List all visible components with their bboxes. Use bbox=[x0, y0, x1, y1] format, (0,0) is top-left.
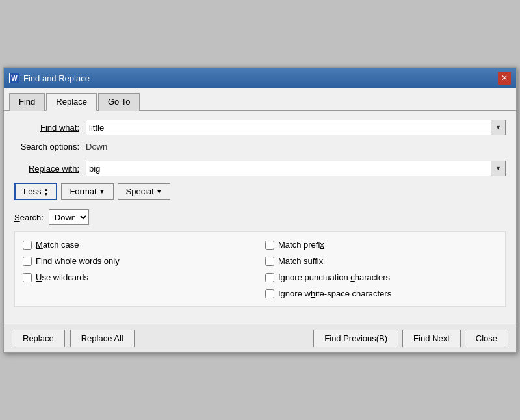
title-bar: W Find and Replace ✕ bbox=[4, 68, 516, 88]
ignore-punctuation-label[interactable]: Ignore punctuation characters bbox=[278, 272, 390, 282]
search-options-label: Search options: bbox=[14, 142, 86, 151]
match-suffix-item: Match suffix bbox=[265, 256, 497, 266]
match-suffix-checkbox[interactable] bbox=[265, 257, 274, 266]
search-dropdown-row: Search: Up Down All bbox=[14, 209, 506, 225]
search-options-row: Search options: Down bbox=[14, 142, 506, 151]
format-arrow-icon: ▼ bbox=[99, 189, 105, 195]
replace-all-button[interactable]: Replace All bbox=[70, 330, 135, 347]
less-button[interactable]: Less ▲▼ bbox=[14, 183, 57, 200]
match-case-label[interactable]: Match case bbox=[36, 240, 79, 250]
app-icon: W bbox=[9, 73, 20, 83]
find-whole-words-label[interactable]: Find whole words only bbox=[36, 256, 120, 266]
find-what-input-wrap: ▼ bbox=[86, 120, 506, 135]
use-wildcards-label[interactable]: Use wildcards bbox=[36, 272, 88, 282]
find-next-button[interactable]: Find Next bbox=[402, 330, 461, 347]
bottom-left-buttons: Replace Replace All bbox=[12, 330, 135, 347]
window-close-button[interactable]: ✕ bbox=[498, 72, 511, 85]
replace-with-input-wrap: ▼ bbox=[86, 161, 506, 176]
match-suffix-label[interactable]: Match suffix bbox=[278, 256, 323, 266]
ignore-punctuation-item: Ignore punctuation characters bbox=[265, 272, 497, 282]
replace-with-row: Replace with: ▼ bbox=[14, 161, 506, 176]
tab-replace[interactable]: Replace bbox=[46, 93, 97, 111]
match-prefix-item: Match prefix bbox=[265, 240, 497, 250]
checkboxes-section: Match case Find whole words only Use wil… bbox=[14, 231, 506, 307]
special-arrow-icon: ▼ bbox=[156, 189, 162, 195]
tab-bar: Find Replace Go To bbox=[4, 88, 516, 111]
less-updown-icon: ▲▼ bbox=[44, 187, 48, 196]
title-bar-left: W Find and Replace bbox=[9, 73, 90, 83]
checkboxes-right-col: Match prefix Match suffix Ignore punctua… bbox=[265, 240, 497, 298]
match-prefix-label[interactable]: Match prefix bbox=[278, 240, 324, 250]
find-replace-dialog: W Find and Replace ✕ Find Replace Go To … bbox=[3, 67, 517, 353]
find-what-dropdown-arrow[interactable]: ▼ bbox=[491, 120, 505, 135]
bottom-bar: Replace Replace All Find Previous(B) Fin… bbox=[4, 324, 516, 352]
replace-button[interactable]: Replace bbox=[12, 330, 65, 347]
match-case-checkbox[interactable] bbox=[23, 241, 32, 250]
use-wildcards-item: Use wildcards bbox=[23, 272, 255, 282]
find-previous-button[interactable]: Find Previous(B) bbox=[313, 330, 398, 347]
dialog-close-button[interactable]: Close bbox=[465, 330, 508, 347]
replace-with-input[interactable] bbox=[86, 163, 491, 175]
find-what-label: Find what: bbox=[14, 123, 86, 133]
bottom-right-buttons: Find Previous(B) Find Next Close bbox=[313, 330, 508, 347]
tab-find[interactable]: Find bbox=[9, 93, 45, 111]
search-label: Search: bbox=[14, 213, 44, 222]
replace-with-dropdown-arrow[interactable]: ▼ bbox=[491, 161, 505, 176]
toolbar-buttons-row: Less ▲▼ Format ▼ Special ▼ bbox=[14, 183, 506, 200]
format-button[interactable]: Format ▼ bbox=[61, 183, 113, 200]
dialog-title: Find and Replace bbox=[23, 73, 90, 83]
find-what-row: Find what: ▼ bbox=[14, 120, 506, 135]
match-case-item: Match case bbox=[23, 240, 255, 250]
ignore-punctuation-checkbox[interactable] bbox=[265, 273, 274, 282]
match-prefix-checkbox[interactable] bbox=[265, 241, 274, 250]
find-whole-words-item: Find whole words only bbox=[23, 256, 255, 266]
dialog-content: Find what: ▼ Search options: Down Replac… bbox=[4, 111, 516, 324]
tab-goto[interactable]: Go To bbox=[98, 93, 140, 111]
find-whole-words-checkbox[interactable] bbox=[23, 257, 32, 266]
replace-with-label: Replace with: bbox=[14, 164, 86, 174]
checkboxes-left-col: Match case Find whole words only Use wil… bbox=[23, 240, 255, 298]
special-button[interactable]: Special ▼ bbox=[118, 183, 171, 200]
ignore-whitespace-checkbox[interactable] bbox=[265, 289, 274, 298]
ignore-whitespace-item: Ignore white-space characters bbox=[265, 289, 497, 298]
find-what-input[interactable] bbox=[86, 122, 491, 134]
search-select[interactable]: Up Down All bbox=[49, 211, 88, 224]
search-options-value: Down bbox=[86, 142, 107, 151]
search-select-wrap: Up Down All bbox=[49, 209, 89, 225]
use-wildcards-checkbox[interactable] bbox=[23, 273, 32, 282]
ignore-whitespace-label[interactable]: Ignore white-space characters bbox=[278, 289, 391, 298]
